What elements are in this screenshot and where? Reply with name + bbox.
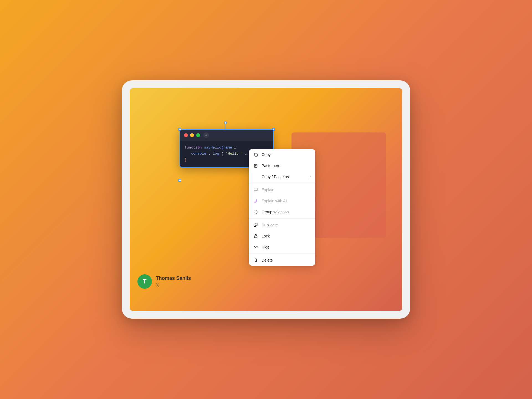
svg-rect-2 (254, 188, 257, 191)
explain-icon (253, 187, 258, 192)
copy-icon (253, 152, 258, 157)
menu-item-group-selection[interactable]: Group selection (249, 206, 315, 218)
submenu-chevron-icon: › (310, 175, 311, 179)
keyword-function: function (185, 145, 202, 150)
menu-item-delete[interactable]: Delete (249, 255, 315, 266)
divider-3 (249, 254, 315, 254)
paste-here-label: Paste here (262, 163, 311, 168)
group-selection-icon (253, 209, 258, 214)
user-name: Thomas Sanlis (156, 275, 191, 281)
minimize-dot (190, 133, 194, 137)
delete-label: Delete (262, 258, 311, 262)
divider-1 (249, 183, 315, 183)
user-social-handle: 𝕏 (156, 282, 191, 288)
context-menu: Copy Paste here Copy / Paste as › (249, 149, 315, 266)
add-tab-button[interactable]: + (203, 132, 209, 138)
close-dot (184, 133, 188, 137)
paren-open: ( (221, 152, 224, 156)
console-obj: console (191, 152, 206, 156)
hide-icon (253, 245, 258, 250)
hide-label: Hide (262, 245, 311, 249)
svg-point-3 (254, 211, 257, 214)
group-selection-label: Group selection (262, 210, 311, 214)
code-partial: … (234, 145, 236, 150)
lock-label: Lock (262, 234, 311, 238)
menu-item-explain: Explain (249, 184, 315, 195)
duplicate-label: Duplicate (262, 223, 311, 227)
menu-item-paste-here[interactable]: Paste here (249, 160, 315, 171)
explain-ai-label: Explain with AI (262, 199, 311, 203)
log-method: log (213, 152, 219, 156)
rotation-handle[interactable] (224, 121, 227, 124)
editor-titlebar: + (180, 130, 273, 141)
menu-item-hide[interactable]: Hide (249, 242, 315, 253)
string-hello: 'Hello ' (226, 152, 243, 156)
avatar: T (137, 274, 152, 289)
svg-rect-6 (254, 236, 257, 238)
explain-label: Explain (262, 188, 311, 192)
clipboard-icon (253, 163, 258, 168)
user-info: Thomas Sanlis 𝕏 (156, 275, 191, 288)
copy-paste-as-label: Copy / Paste as (262, 175, 306, 179)
menu-item-explain-ai: Explain with AI (249, 195, 315, 206)
indent (185, 152, 189, 156)
duplicate-icon (253, 222, 258, 227)
device-frame: + function sayHello(name … console . log… (122, 80, 410, 319)
ai-wand-icon (253, 198, 258, 203)
menu-item-duplicate[interactable]: Duplicate (249, 219, 315, 231)
menu-item-copy-paste-as[interactable]: Copy / Paste as › (249, 171, 315, 182)
copy-paste-as-spacer (253, 174, 258, 179)
avatar-initial: T (143, 278, 146, 285)
divider-2 (249, 218, 315, 219)
menu-item-copy[interactable]: Copy (249, 149, 315, 160)
function-name: sayHello(name (204, 145, 232, 150)
dot: . (208, 152, 211, 156)
closing-brace: } (185, 158, 187, 162)
menu-item-lock[interactable]: Lock (249, 231, 315, 242)
svg-rect-0 (255, 154, 257, 156)
lock-icon (253, 234, 258, 239)
user-attribution: T Thomas Sanlis 𝕏 (137, 274, 191, 289)
code-partial2: … (245, 152, 247, 156)
canvas-area: + function sayHello(name … console . log… (130, 88, 402, 311)
maximize-dot (196, 133, 200, 137)
copy-label: Copy (262, 152, 311, 157)
selection-handle-bottom-left[interactable] (178, 179, 181, 182)
trash-icon (253, 258, 258, 263)
